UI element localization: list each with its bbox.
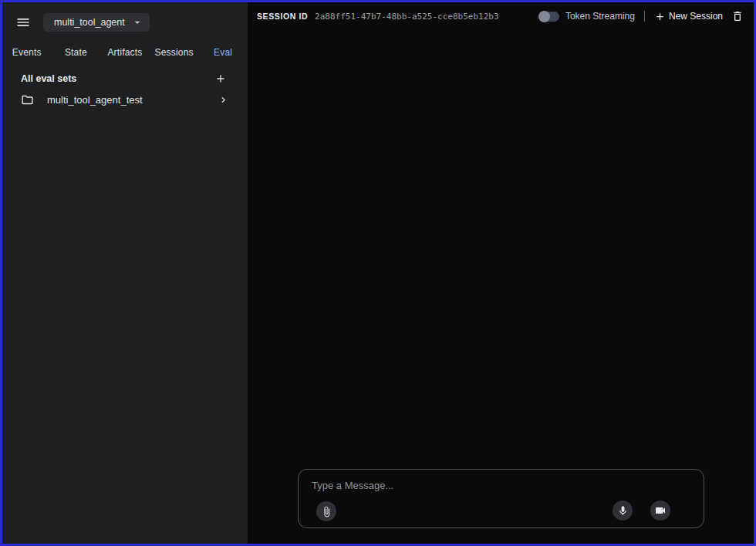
camera-button[interactable] xyxy=(650,501,670,521)
token-streaming-toggle[interactable] xyxy=(539,12,559,22)
agent-select[interactable]: multi_tool_agent xyxy=(43,13,150,32)
plus-icon xyxy=(214,72,227,85)
adk-web-app: multi_tool_agent Events State Artifacts … xyxy=(0,0,756,546)
add-eval-set-button[interactable] xyxy=(212,70,229,87)
eval-set-name: multi_tool_agent_test xyxy=(47,94,218,106)
tab-state[interactable]: State xyxy=(52,42,101,62)
tab-artifacts[interactable]: Artifacts xyxy=(100,42,150,62)
header-divider xyxy=(644,11,645,22)
sidebar-tabs: Events State Artifacts Sessions Eval xyxy=(2,42,248,62)
session-bar: SESSION ID 2a88ff51-47b7-48bb-a525-cce8b… xyxy=(248,2,754,30)
delete-session-button[interactable] xyxy=(729,8,746,25)
eval-sets-header: All eval sets xyxy=(2,70,248,87)
token-streaming-label: Token Streaming xyxy=(565,11,635,22)
paperclip-icon xyxy=(321,506,332,517)
trash-icon xyxy=(731,10,744,22)
eval-sets-title: All eval sets xyxy=(21,73,76,84)
menu-button[interactable] xyxy=(13,12,33,32)
chevron-down-icon xyxy=(131,16,143,29)
message-input[interactable] xyxy=(312,480,605,491)
folder-icon xyxy=(21,93,34,106)
session-id-value: 2a88ff51-47b7-48bb-a525-cce8b5eb12b3 xyxy=(315,12,498,22)
chat-area: SESSION ID 2a88ff51-47b7-48bb-a525-cce8b… xyxy=(248,2,754,544)
agent-select-value: multi_tool_agent xyxy=(54,17,125,28)
new-session-label: New Session xyxy=(669,11,723,22)
session-info: SESSION ID 2a88ff51-47b7-48bb-a525-cce8b… xyxy=(257,12,499,22)
toggle-knob xyxy=(538,11,550,22)
sidebar-header: multi_tool_agent xyxy=(2,2,248,42)
hamburger-icon xyxy=(15,15,31,30)
eval-set-item[interactable]: multi_tool_agent_test xyxy=(2,89,248,110)
tab-eval[interactable]: Eval xyxy=(198,42,248,62)
microphone-icon xyxy=(617,505,629,517)
microphone-button[interactable] xyxy=(613,501,633,521)
new-session-button[interactable]: New Session xyxy=(654,11,723,22)
attach-file-button[interactable] xyxy=(316,501,336,521)
header-actions: Token Streaming New Session xyxy=(539,8,746,25)
sidebar: multi_tool_agent Events State Artifacts … xyxy=(2,2,248,544)
video-camera-icon xyxy=(654,504,667,517)
session-id-label: SESSION ID xyxy=(257,12,308,21)
tab-events[interactable]: Events xyxy=(2,42,52,62)
plus-icon xyxy=(654,11,666,22)
chevron-right-icon xyxy=(218,94,229,106)
message-input-container xyxy=(298,469,704,528)
tab-sessions[interactable]: Sessions xyxy=(150,42,199,62)
